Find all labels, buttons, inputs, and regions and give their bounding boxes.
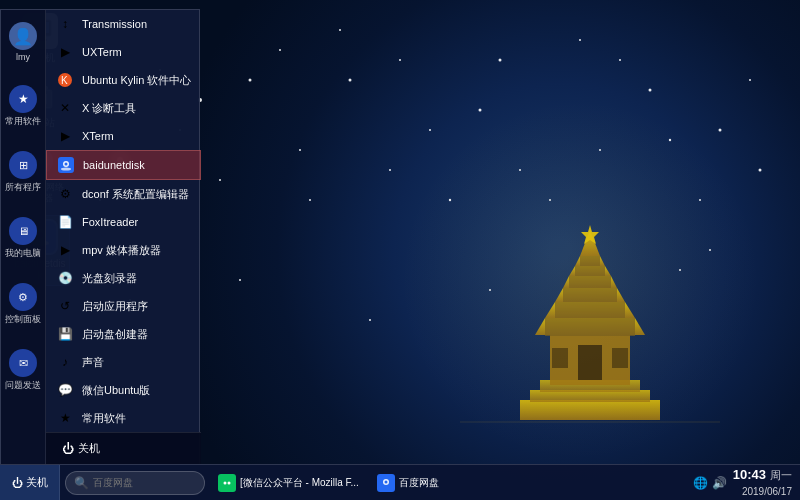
menu-item-sound[interactable]: ♪ 声音 — [46, 348, 201, 376]
user-avatar: 👤 — [9, 22, 37, 50]
menu-item-transmission[interactable]: ↕ Transmission — [46, 10, 201, 38]
svg-point-62 — [384, 480, 387, 483]
svg-rect-15 — [580, 256, 600, 266]
shutdown-label: 关机 — [78, 441, 100, 456]
menu-feedback-label: 问题发送 — [5, 379, 41, 392]
desktop: 计算机 回收站 — [0, 0, 800, 500]
menu-item-baidunetdisk[interactable]: baidunetdisk — [46, 150, 201, 180]
menu-item-startup-disk[interactable]: 💾 启动盘创建器 — [46, 320, 201, 348]
svg-rect-13 — [575, 266, 605, 276]
menu-item-xterm-label: XTerm — [82, 130, 114, 142]
menu-common-software-item[interactable]: ★ 常用软件 — [1, 81, 45, 132]
foxitreader-icon: 📄 — [56, 213, 74, 231]
uxterm-icon: ▶ — [56, 43, 74, 61]
svg-rect-19 — [552, 348, 568, 368]
common-software-icon: ★ — [9, 85, 37, 113]
transmission-icon: ↕ — [56, 15, 74, 33]
menu-item-x-diagnostic[interactable]: ✕ X 诊断工具 — [46, 94, 201, 122]
menu-control-panel-item[interactable]: ⚙ 控制面板 — [1, 279, 45, 330]
menu-item-ubuntu-kylin-label: Ubuntu Kylin 软件中心 — [82, 73, 191, 88]
menu-all-programs-item[interactable]: ⊞ 所有程序 — [1, 147, 45, 198]
start-button[interactable]: ⏻ 关机 — [0, 465, 60, 501]
menu-user-label: lmy — [16, 52, 30, 62]
svg-text:K: K — [61, 75, 68, 86]
menu-item-startup-app[interactable]: ↺ 启动应用程序 — [46, 292, 201, 320]
start-menu-left-panel: 👤 lmy ★ 常用软件 ⊞ 所有程序 🖥 我的电脑 ⚙ 控制面板 ✉ 问题发送 — [1, 10, 46, 464]
menu-item-optical-drive[interactable]: 💿 光盘刻录器 — [46, 264, 201, 292]
svg-point-58 — [224, 481, 227, 484]
power-icon: ⏻ — [62, 442, 74, 456]
start-menu-right-panel: ↕ Transmission ▶ UXTerm K Ubuntu Kylin 软… — [46, 10, 201, 464]
mpv-icon: ▶ — [56, 241, 74, 259]
menu-item-ubuntu-kylin[interactable]: K Ubuntu Kylin 软件中心 — [46, 66, 201, 94]
menu-item-baidunetdisk-label: baidunetdisk — [83, 159, 145, 171]
menu-item-mpv-label: mpv 媒体播放器 — [82, 243, 161, 258]
x-diagnostic-icon: ✕ — [56, 99, 74, 117]
menu-item-common-soft-label: 常用软件 — [82, 411, 126, 426]
startup-app-icon: ↺ — [56, 297, 74, 315]
taskbar-search[interactable]: 🔍 — [65, 471, 205, 495]
shutdown-button[interactable]: ⏻ 关机 — [56, 438, 106, 459]
svg-rect-7 — [555, 302, 625, 318]
dconf-icon: ⚙ — [56, 185, 74, 203]
taskbar-app-baidu-label: 百度网盘 — [399, 476, 439, 490]
menu-feedback-item[interactable]: ✉ 问题发送 — [1, 345, 45, 396]
ubuntu-kylin-icon: K — [56, 71, 74, 89]
sound-icon: ♪ — [56, 353, 74, 371]
time-display: 10:43 — [733, 466, 766, 484]
taskbar: ⏻ 关机 🔍 [微信公众平台 - Mozilla F... 百度网盘 — [0, 464, 800, 500]
menu-item-transmission-label: Transmission — [82, 18, 147, 30]
clock-display[interactable]: 10:43 周一 2019/06/17 — [733, 466, 792, 498]
menu-item-uxterm[interactable]: ▶ UXTerm — [46, 38, 201, 66]
system-tray: 🌐 🔊 — [693, 476, 727, 490]
svg-rect-5 — [545, 318, 635, 336]
svg-rect-20 — [612, 348, 628, 368]
start-button-label: 关机 — [26, 475, 48, 490]
menu-item-xterm[interactable]: ▶ XTerm — [46, 122, 201, 150]
svg-rect-0 — [520, 400, 660, 420]
taskbar-app-wechat[interactable]: [微信公众平台 - Mozilla F... — [210, 467, 367, 499]
feedback-icon: ✉ — [9, 349, 37, 377]
menu-all-programs-label: 所有程序 — [5, 181, 41, 194]
optical-drive-icon: 💿 — [56, 269, 74, 287]
menu-item-common-soft[interactable]: ★ 常用软件 — [46, 404, 201, 432]
menu-item-startup-app-label: 启动应用程序 — [82, 299, 148, 314]
menu-common-software-label: 常用软件 — [5, 115, 41, 128]
search-input[interactable] — [93, 477, 183, 488]
menu-item-wechat-ubuntu[interactable]: 💬 微信Ubuntu版 — [46, 376, 201, 404]
menu-my-computer-label: 我的电脑 — [5, 247, 41, 260]
common-soft-icon: ★ — [56, 409, 74, 427]
baidu-taskbar-icon — [377, 474, 395, 492]
baidunetdisk-menu-icon — [57, 156, 75, 174]
menu-user-item[interactable]: 👤 lmy — [1, 18, 45, 66]
menu-item-startup-disk-label: 启动盘创建器 — [82, 327, 148, 342]
date-display: 2019/06/17 — [733, 485, 792, 499]
svg-rect-11 — [569, 276, 611, 288]
my-computer-icon: 🖥 — [9, 217, 37, 245]
wechat-taskbar-icon — [218, 474, 236, 492]
volume-icon: 🔊 — [712, 476, 727, 490]
menu-item-dconf[interactable]: ⚙ dconf 系统配置编辑器 — [46, 180, 201, 208]
menu-item-mpv[interactable]: ▶ mpv 媒体播放器 — [46, 236, 201, 264]
xterm-icon: ▶ — [56, 127, 74, 145]
temple-illustration — [460, 170, 720, 450]
svg-rect-9 — [563, 288, 617, 302]
menu-item-uxterm-label: UXTerm — [82, 46, 122, 58]
weekday-display: 周一 — [770, 468, 792, 483]
menu-my-computer-item[interactable]: 🖥 我的电脑 — [1, 213, 45, 264]
start-button-icon: ⏻ — [12, 477, 23, 489]
menu-item-sound-label: 声音 — [82, 355, 104, 370]
wechat-ubuntu-icon: 💬 — [56, 381, 74, 399]
taskbar-app-baidu[interactable]: 百度网盘 — [369, 467, 447, 499]
menu-item-foxitreader[interactable]: 📄 FoxItreader — [46, 208, 201, 236]
svg-point-59 — [228, 481, 231, 484]
control-panel-icon: ⚙ — [9, 283, 37, 311]
menu-item-optical-drive-label: 光盘刻录器 — [82, 271, 137, 286]
svg-rect-18 — [578, 345, 602, 380]
menu-item-x-diagnostic-label: X 诊断工具 — [82, 101, 136, 116]
start-menu: 👤 lmy ★ 常用软件 ⊞ 所有程序 🖥 我的电脑 ⚙ 控制面板 ✉ 问题发送 — [0, 9, 200, 464]
all-programs-icon: ⊞ — [9, 151, 37, 179]
menu-item-foxitreader-label: FoxItreader — [82, 216, 138, 228]
shutdown-bar: ⏻ 关机 — [46, 432, 201, 464]
svg-point-57 — [220, 476, 234, 490]
